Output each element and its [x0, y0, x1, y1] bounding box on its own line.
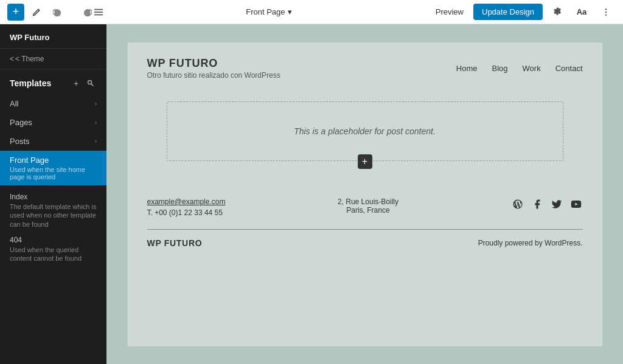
sidebar: WP Futuro < < Theme Templates + All › Pa…	[0, 24, 106, 364]
site-name: WP FUTURO	[147, 57, 280, 70]
index-name: Index	[10, 193, 97, 201]
search-templates-button[interactable]	[85, 77, 97, 89]
sidebar-item-index[interactable]: Index The default template which is used…	[0, 185, 106, 230]
section-actions: +	[70, 77, 97, 89]
site-tagline: Otro futuro sitio realizado con WordPres…	[147, 71, 280, 80]
templates-section-header: Templates +	[0, 70, 106, 94]
settings-button[interactable]	[548, 2, 567, 22]
back-to-theme-button[interactable]: < < Theme	[0, 49, 106, 70]
pencil-tool-button[interactable]	[28, 4, 45, 21]
svg-point-4	[605, 11, 607, 12]
site-preview: WP FUTURO Otro futuro sitio realizado co…	[128, 43, 602, 346]
site-footer-top: example@example.com T. +00 (0)1 22 33 44…	[128, 179, 602, 229]
site-header: WP FUTURO Otro futuro sitio realizado co…	[128, 43, 602, 89]
sidebar-item-posts[interactable]: Posts ›	[0, 132, 106, 151]
front-page-desc: Used when the site home page is queried	[10, 166, 97, 180]
chevron-down-icon: ▾	[288, 7, 292, 16]
footer-site-name: WP FUTURO	[147, 238, 203, 248]
wordpress-icon[interactable]	[511, 197, 524, 211]
update-design-button[interactable]: Update Design	[473, 4, 543, 20]
post-content-placeholder: This is a placeholder for post content. …	[167, 101, 563, 161]
add-block-toolbar-button[interactable]: +	[7, 4, 24, 21]
nav-item-home[interactable]: Home	[456, 64, 478, 73]
all-label: All	[10, 99, 18, 108]
svg-rect-0	[94, 9, 103, 10]
chevron-right-icon: ›	[95, 100, 97, 107]
back-label: < Theme	[15, 55, 44, 63]
svg-rect-2	[94, 14, 103, 15]
canvas: WP FUTURO Otro futuro sitio realizado co…	[106, 24, 623, 364]
twitter-icon[interactable]	[550, 197, 563, 211]
toolbar: + Front Page ▾ Preview Update Design Aa	[0, 0, 623, 24]
tools-menu-button[interactable]	[90, 4, 107, 21]
toolbar-right: Preview Update Design Aa	[431, 2, 616, 22]
sidebar-item-front-page[interactable]: Front Page Used when the site home page …	[0, 151, 106, 185]
more-options-button[interactable]	[596, 2, 616, 22]
site-branding: WP FUTURO Otro futuro sitio realizado co…	[147, 57, 280, 80]
footer-credits: Proudly powered by WordPress.	[478, 239, 583, 247]
chevron-right-icon: ›	[95, 138, 97, 145]
footer-contact: example@example.com T. +00 (0)1 22 33 44…	[147, 197, 226, 217]
404-desc: Used when the queried content cannot be …	[10, 246, 97, 263]
pages-label: Pages	[10, 118, 32, 127]
index-desc: The default template which is used when …	[10, 202, 97, 228]
front-page-name: Front Page	[10, 156, 97, 165]
toolbar-left: +	[7, 4, 107, 21]
svg-rect-1	[94, 12, 103, 13]
sidebar-item-404[interactable]: 404 Used when the queried content cannot…	[0, 230, 106, 264]
redo-button[interactable]	[69, 4, 86, 21]
add-template-button[interactable]: +	[70, 77, 82, 89]
footer-phone: T. +00 (0)1 22 33 44 55	[147, 208, 226, 217]
footer-address-line1: 2, Rue Louis-Boilly	[338, 197, 399, 206]
page-title-button[interactable]: Front Page ▾	[241, 5, 296, 19]
site-navigation: Home Blog Work Contact	[456, 64, 583, 73]
posts-label: Posts	[10, 137, 30, 146]
footer-email[interactable]: example@example.com	[147, 197, 226, 206]
svg-point-5	[605, 14, 607, 15]
add-block-button[interactable]: +	[358, 154, 372, 169]
typography-button[interactable]: Aa	[572, 2, 591, 22]
templates-title: Templates	[10, 78, 51, 88]
sidebar-item-pages[interactable]: Pages ›	[0, 113, 106, 132]
footer-address: 2, Rue Louis-Boilly Paris, France	[338, 197, 399, 215]
svg-point-6	[88, 81, 92, 84]
preview-button[interactable]: Preview	[431, 5, 468, 19]
typography-icon: Aa	[577, 7, 587, 16]
sidebar-logo: WP Futuro	[0, 24, 106, 49]
footer-social	[511, 197, 583, 211]
footer-address-line2: Paris, France	[338, 206, 399, 215]
footer-credits-text: Proudly powered by WordPress.	[478, 239, 583, 247]
youtube-icon[interactable]	[569, 197, 583, 211]
facebook-icon[interactable]	[531, 197, 544, 211]
toolbar-center: Front Page ▾	[112, 5, 426, 19]
undo-button[interactable]	[49, 4, 66, 21]
sidebar-item-all[interactable]: All ›	[0, 94, 106, 113]
site-footer-bottom: WP FUTURO Proudly powered by WordPress.	[128, 230, 602, 256]
nav-item-blog[interactable]: Blog	[492, 64, 508, 73]
chevron-left-icon: <	[10, 55, 14, 63]
chevron-right-icon: ›	[95, 119, 97, 126]
svg-line-7	[91, 84, 93, 86]
placeholder-text: This is a placeholder for post content.	[294, 126, 436, 136]
404-name: 404	[10, 236, 97, 244]
page-title-label: Front Page	[246, 7, 285, 16]
nav-item-work[interactable]: Work	[523, 64, 541, 73]
svg-point-3	[605, 9, 607, 10]
main-layout: WP Futuro < < Theme Templates + All › Pa…	[0, 24, 623, 364]
nav-item-contact[interactable]: Contact	[555, 64, 583, 73]
